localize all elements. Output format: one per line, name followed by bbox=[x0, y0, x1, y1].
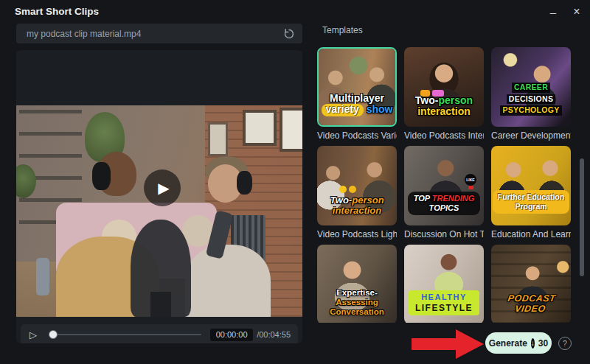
play-button[interactable]: ▷ bbox=[30, 329, 37, 340]
templates-section-label: Templates bbox=[322, 25, 363, 35]
template-card-top-trending-topics[interactable]: LIKE TOP TRENDING TOPICS bbox=[404, 146, 484, 225]
template-caption: Career Development bbox=[491, 130, 571, 141]
template-overlay-text: HEALTHY LIFESTYLE bbox=[404, 290, 484, 315]
generate-button[interactable]: Generate ↓ 30 bbox=[485, 332, 552, 354]
player-controls: ▷ 00:00:00 /00:04:55 bbox=[21, 324, 298, 343]
video-microphone-arm bbox=[150, 292, 170, 317]
template-overlay-text: Expertise-Assessing Conversation bbox=[317, 288, 397, 317]
template-caption: Discussion On Hot T... bbox=[404, 229, 484, 239]
close-icon: × bbox=[573, 5, 580, 18]
emoji-face-icon bbox=[339, 186, 347, 193]
template-overlay-text: TOP TRENDING TOPICS bbox=[404, 192, 484, 215]
title-bar: Smart Short Clips – × bbox=[0, 0, 590, 22]
template-cell: Two-person interaction Video Podcasts Li… bbox=[317, 146, 397, 245]
template-card-healthy-lifestyle[interactable]: HEALTHY LIFESTYLE bbox=[404, 245, 484, 323]
template-caption: Education And Learn... bbox=[491, 229, 571, 239]
source-filename: my podcast clip material.mp4 bbox=[27, 29, 283, 39]
video-window-right bbox=[280, 108, 302, 152]
video-person-right-headphones bbox=[237, 171, 252, 195]
template-card-further-education[interactable]: Further Education Program bbox=[491, 146, 571, 225]
template-cell: PODCAST VIDEO bbox=[491, 245, 571, 323]
video-person-left-headphones bbox=[92, 162, 111, 189]
template-caption: Video Podcasts Varie... bbox=[317, 130, 397, 141]
template-card-multiplayer-variety-show[interactable]: Multiplayer variety show bbox=[317, 47, 397, 127]
video-preview[interactable]: ▶ bbox=[16, 105, 302, 317]
template-caption: Video Podcasts Ligh... bbox=[317, 229, 397, 239]
template-cell: Expertise-Assessing Conversation bbox=[317, 245, 397, 323]
templates-scrollbar[interactable] bbox=[580, 158, 584, 276]
credit-count: 30 bbox=[538, 338, 548, 349]
seek-handle[interactable] bbox=[49, 330, 58, 339]
current-time-box: 00:00:00 bbox=[210, 329, 253, 341]
template-cell: CAREER DECISIONS PSYCHOLOGY Career Devel… bbox=[491, 47, 571, 146]
reset-icon[interactable] bbox=[283, 28, 295, 40]
smart-short-clips-dialog: Smart Short Clips – × my podcast clip ma… bbox=[0, 0, 590, 364]
seek-track[interactable] bbox=[49, 334, 201, 335]
overlay-emoji-faces bbox=[339, 186, 356, 193]
generate-label: Generate bbox=[489, 338, 527, 349]
template-overlay-text: CAREER DECISIONS PSYCHOLOGY bbox=[491, 82, 571, 116]
dialog-title: Smart Short Clips bbox=[15, 6, 99, 17]
template-cell: HEALTHY LIFESTYLE bbox=[404, 245, 484, 323]
template-cell: LIKE TOP TRENDING TOPICS Discussion On H… bbox=[404, 146, 484, 245]
video-picture-frame bbox=[208, 122, 228, 156]
like-badge: LIKE bbox=[465, 174, 476, 186]
video-window bbox=[243, 110, 277, 146]
total-duration: /00:04:55 bbox=[257, 330, 291, 339]
template-cell: Two-person interaction Video Podcasts In… bbox=[404, 47, 484, 146]
play-overlay-button[interactable]: ▶ bbox=[144, 169, 181, 206]
template-card-podcast-video[interactable]: PODCAST VIDEO bbox=[491, 245, 571, 323]
credit-coin-icon: ↓ bbox=[531, 338, 535, 349]
template-overlay-text: Multiplayer variety show bbox=[319, 93, 395, 116]
play-icon: ▶ bbox=[158, 179, 169, 197]
video-player-panel: ▶ ▷ 00:00:00 /00:04:55 bbox=[16, 50, 302, 343]
source-file-field[interactable]: my podcast clip material.mp4 bbox=[16, 24, 302, 43]
video-bottle bbox=[36, 258, 49, 296]
variety-badge: variety bbox=[322, 104, 364, 116]
help-button[interactable]: ? bbox=[558, 337, 572, 350]
close-button[interactable]: × bbox=[566, 3, 587, 21]
current-time: 00:00:00 bbox=[216, 330, 248, 339]
question-icon: ? bbox=[563, 339, 567, 348]
templates-grid: Multiplayer variety show Video Podcasts … bbox=[317, 47, 571, 323]
annotation-arrow bbox=[412, 338, 457, 350]
video-person-right-body bbox=[185, 245, 271, 317]
template-cell: Multiplayer variety show Video Podcasts … bbox=[317, 47, 397, 146]
template-card-career-decisions[interactable]: CAREER DECISIONS PSYCHOLOGY bbox=[491, 47, 571, 127]
template-overlay-text: Further Education Program bbox=[491, 190, 571, 214]
education-badge: Further Education Program bbox=[493, 190, 569, 214]
template-caption: Video Podcasts Inter... bbox=[404, 130, 484, 141]
minimize-button[interactable]: – bbox=[543, 3, 563, 21]
template-overlay-text: PODCAST VIDEO bbox=[491, 293, 571, 314]
template-card-two-person-light[interactable]: Two-person interaction bbox=[317, 146, 397, 225]
template-cell: Further Education Program Education And … bbox=[491, 146, 571, 245]
template-overlay-text: Two-person interaction bbox=[317, 195, 397, 217]
like-badge-dot bbox=[468, 186, 473, 189]
template-card-two-person-interaction[interactable]: Two-person interaction bbox=[404, 47, 484, 127]
seek-bar[interactable] bbox=[49, 329, 201, 340]
template-overlay-text: Two-person interaction bbox=[404, 95, 484, 118]
annotation-arrow-head bbox=[456, 329, 484, 359]
template-card-expertise-conversation[interactable]: Expertise-Assessing Conversation bbox=[317, 245, 397, 323]
emoji-face-icon bbox=[349, 186, 356, 193]
minimize-icon: – bbox=[550, 6, 556, 18]
lifestyle-badge: HEALTHY LIFESTYLE bbox=[409, 290, 479, 315]
